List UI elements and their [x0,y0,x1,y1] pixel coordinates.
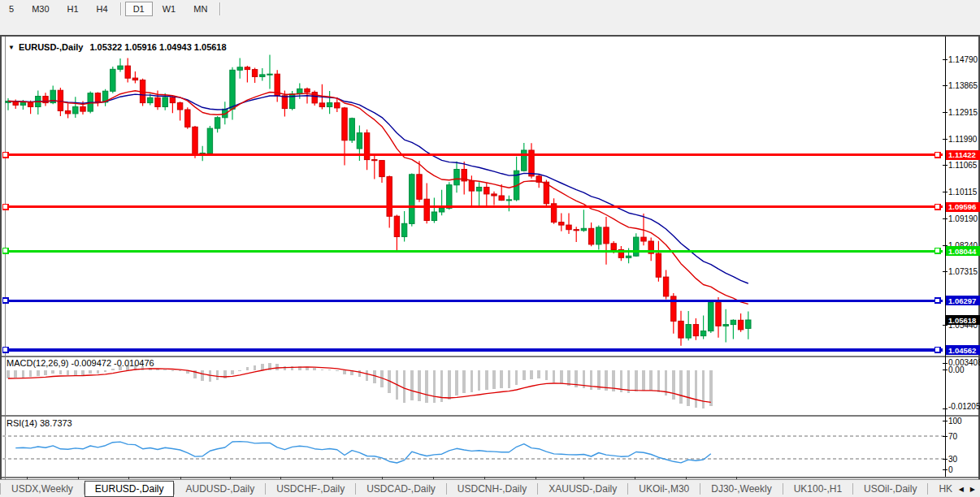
macd-histogram-bar [22,370,25,378]
candle [626,256,631,257]
candle [559,223,564,226]
line-handle[interactable] [3,348,9,353]
candle [588,228,593,244]
candle [125,66,130,78]
candle [95,93,100,102]
tab-audusd-daily[interactable]: AUDUSD-,Daily [175,482,265,496]
price-tick-label: 1.09190 [948,214,978,223]
macd-histogram-bar [515,370,518,385]
macd-histogram-bar [470,370,474,392]
tab-ukoil-m30[interactable]: UKOil-,M30 [628,482,700,496]
scroll-right-button[interactable]: ▶ [967,484,978,495]
tab-usoil-daily[interactable]: USOil-,Daily [853,482,927,496]
rsi-axis-label: 70 [948,432,958,441]
candle [431,212,436,221]
timeframe-button-5[interactable]: 5 [1,2,22,16]
current-price-text: 1.05618 [948,316,976,325]
line-handle[interactable] [935,152,941,158]
macd-histogram-bar [373,370,376,384]
candle [163,97,167,107]
macd-axis-zero: 0.00 [948,365,965,374]
macd-histogram-bar [321,370,324,370]
candle [641,237,646,241]
candle [506,200,511,201]
timeframe-toolbar: 5M30H1H4D1W1MN [0,0,980,18]
candle [700,331,705,336]
candle [379,161,384,177]
line-handle[interactable] [3,204,9,210]
candle [387,177,392,217]
chart-window[interactable]: 1.147901.138651.129151.119901.110651.101… [0,18,980,479]
macd-histogram-bar [687,370,690,406]
timeframe-button-w1[interactable]: W1 [154,2,184,16]
chart-title: ▼EURUSD-,Daily1.05322 1.05916 1.04943 1.… [8,42,227,52]
macd-histogram-bar [403,370,406,403]
candle [20,103,25,106]
tab-usdcad-daily[interactable]: USDCAD-,Daily [356,482,446,496]
candle [738,320,743,330]
line-handle[interactable] [935,204,941,210]
macd-histogram-bar [74,370,77,375]
macd-histogram-bar [223,370,227,379]
tab-xauusd-daily[interactable]: XAUUSD-,Daily [538,482,627,496]
scroll-left-button[interactable]: ◀ [956,484,967,495]
candle [170,97,175,103]
candle [349,119,354,140]
tab-usdx-weekly[interactable]: USDX,Weekly [1,482,84,496]
line-handle[interactable] [3,152,9,158]
macd-histogram-bar [545,370,549,380]
macd-histogram-bar [418,370,421,401]
price-tick-label: 1.12915 [948,108,978,117]
candle [417,175,422,200]
candle [447,185,452,209]
macd-histogram-bar [201,370,204,382]
line-handle[interactable] [935,248,941,254]
candle [604,227,609,244]
macd-histogram-bar [246,367,249,370]
macd-axis-min: -0.0120500 [948,402,980,411]
macd-histogram-bar [14,370,17,378]
macd-histogram-bar [366,370,369,381]
candle [252,70,257,77]
macd-histogram-bar [709,370,713,406]
candle [484,188,489,194]
tab-usdcnh-daily[interactable]: USDCNH-,Daily [447,482,537,496]
tab-usdchf-daily[interactable]: USDCHF-,Daily [266,482,355,496]
macd-histogram-bar [530,370,533,379]
chart-canvas[interactable]: 1.147901.138651.129151.119901.110651.101… [0,18,980,497]
timeframe-button-m30[interactable]: M30 [24,2,57,16]
candle [305,89,310,92]
toolbar-separator [120,2,121,15]
line-handle[interactable] [935,298,941,304]
timeframe-button-d1[interactable]: D1 [125,2,153,16]
macd-histogram-bar [275,364,279,370]
timeframe-button-h1[interactable]: H1 [59,2,87,16]
candle [245,67,249,70]
candle [132,78,137,80]
candle [709,303,713,331]
macd-histogram-bar [238,370,241,371]
macd-histogram-bar [313,368,316,370]
rsi-value: 38.7373 [40,418,72,428]
tab-uk100-h1[interactable]: UK100-,H1 [783,482,852,496]
macd-histogram-bar [492,370,496,389]
line-handle[interactable] [935,348,941,353]
price-tag-text: 1.11422 [948,150,976,159]
line-handle[interactable] [3,248,9,254]
macd-histogram-bar [485,370,488,390]
tab-eurusd-daily[interactable]: EURUSD-,Daily [85,481,175,497]
candle [574,230,579,231]
tab-dj30-weekly[interactable]: DJ30-,Weekly [700,482,782,496]
macd-histogram-bar [433,370,436,403]
line-handle[interactable] [3,298,9,304]
timeframe-button-h4[interactable]: H4 [89,2,116,16]
candle [499,196,504,201]
candle [492,194,497,196]
price-tick-label: 1.11990 [948,135,978,144]
timeframe-button-mn[interactable]: MN [185,2,215,16]
macd-histogram-bar [410,370,414,401]
candle [58,90,63,110]
macd-histogram-bar [163,370,167,370]
chart-dropdown-icon[interactable]: ▼ [8,44,15,51]
candle [731,320,735,324]
